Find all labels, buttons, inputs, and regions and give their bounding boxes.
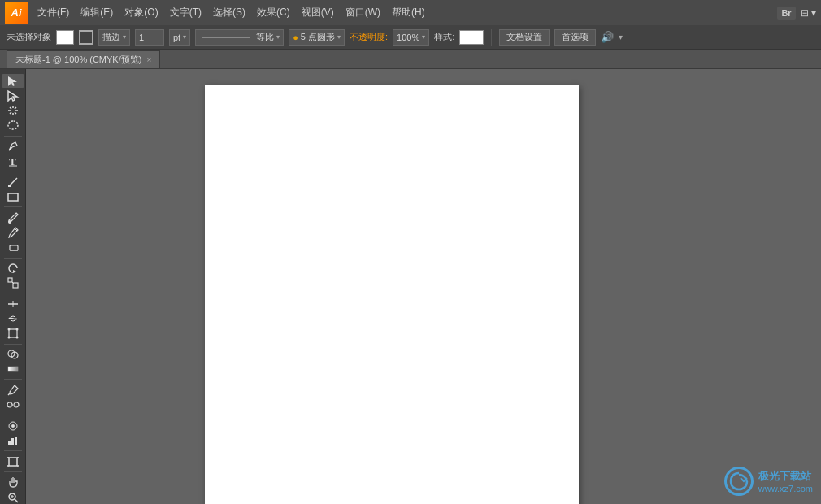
svg-point-37 (14, 402, 19, 407)
point-shape-dropdown[interactable]: ● 5 点圆形 ▾ (289, 29, 345, 46)
blend-tool[interactable] (2, 398, 24, 411)
svg-rect-27 (9, 329, 17, 337)
menu-file[interactable]: 文件(F) (33, 3, 74, 22)
svg-rect-14 (8, 185, 11, 187)
svg-point-16 (8, 220, 11, 224)
menu-view[interactable]: 视图(V) (297, 3, 339, 22)
fill-color-swatch[interactable] (56, 30, 74, 45)
menu-select[interactable]: 选择(S) (208, 3, 250, 22)
stroke-line-container[interactable]: 等比 ▾ (195, 29, 284, 46)
svg-rect-18 (10, 245, 18, 250)
stroke-unit-dropdown[interactable]: pt ▾ (169, 29, 190, 46)
options-separator (491, 29, 492, 46)
stroke-color-box[interactable] (79, 30, 93, 45)
svg-point-36 (7, 402, 12, 407)
doc-tab[interactable]: 未标题-1 @ 100% (CMYK/预览) × (7, 50, 160, 68)
opacity-label: 不透明度: (350, 31, 388, 43)
watermark: 极光下载站 www.xz7.com (724, 467, 813, 496)
line-tool[interactable] (2, 175, 24, 189)
artboard (205, 85, 579, 504)
stroke-dropdown[interactable]: 描边 ▾ (98, 29, 130, 46)
compare-arrow: ▾ (276, 33, 280, 41)
menu-object[interactable]: 对象(O) (119, 3, 163, 22)
svg-point-40 (11, 424, 15, 428)
menu-bar: 文件(F) 编辑(E) 对象(O) 文字(T) 选择(S) 效果(C) 视图(V… (33, 3, 777, 22)
canvas-area[interactable]: 极光下载站 www.xz7.com (26, 69, 821, 504)
stroke-width-input[interactable] (135, 29, 164, 46)
tool-sep-9 (4, 450, 22, 451)
scale-tool[interactable] (2, 276, 24, 289)
no-selection-label: 未选择对象 (7, 31, 51, 43)
svg-line-9 (10, 112, 11, 114)
width-tool[interactable] (2, 297, 24, 311)
select-tool[interactable] (2, 74, 24, 88)
tool-sep-5 (4, 293, 22, 293)
opacity-dropdown[interactable]: 100% ▾ (393, 29, 429, 46)
doc-tab-close[interactable]: × (146, 55, 151, 64)
svg-line-7 (15, 112, 16, 114)
doc-settings-btn[interactable]: 文档设置 (499, 29, 550, 46)
rect-tool[interactable] (2, 189, 24, 203)
pencil-tool[interactable] (2, 225, 24, 239)
svg-rect-15 (8, 193, 18, 201)
menu-effect[interactable]: 效果(C) (252, 3, 295, 22)
title-bar: Ai 文件(F) 编辑(E) 对象(O) 文字(T) 选择(S) 效果(C) 视… (0, 0, 821, 25)
rotate-tool[interactable] (2, 261, 24, 275)
type-tool[interactable]: T (2, 154, 24, 167)
svg-line-23 (12, 282, 14, 284)
gradient-tool[interactable] (2, 362, 24, 376)
tool-sep-10 (4, 471, 22, 472)
tool-sep-1 (4, 136, 22, 137)
title-bar-right: Br ⊟ ▾ (777, 7, 816, 20)
stroke-line-preview (202, 37, 250, 38)
svg-point-30 (7, 336, 10, 338)
stroke-arrow: ▾ (123, 33, 126, 41)
lasso-tool[interactable] (2, 118, 24, 132)
eyedropper-tool[interactable] (2, 383, 24, 397)
svg-rect-34 (8, 367, 18, 371)
paintbrush-tool[interactable] (2, 211, 24, 224)
toolbox: T (0, 69, 26, 504)
watermark-circle (724, 467, 754, 496)
speaker-icon: 🔊 (601, 31, 614, 43)
ai-logo: Ai (5, 2, 28, 24)
pen-tool[interactable] (2, 139, 24, 153)
free-transform-tool[interactable] (2, 326, 24, 340)
shape-builder-tool[interactable] (2, 347, 24, 361)
eraser-tool[interactable] (2, 240, 24, 254)
menu-window[interactable]: 窗口(W) (341, 3, 385, 22)
tool-sep-8 (4, 415, 22, 415)
watermark-url: www.xz7.com (758, 484, 813, 493)
point-arrow: ▾ (337, 33, 341, 41)
hand-tool[interactable] (2, 476, 24, 489)
prefs-btn[interactable]: 首选项 (554, 29, 596, 46)
options-bar: 未选择对象 描边 ▾ pt ▾ 等比 ▾ ● 5 点圆形 ▾ 不透明度: 100… (0, 25, 821, 50)
br-badge[interactable]: Br (777, 7, 795, 20)
svg-rect-42 (11, 438, 14, 445)
direct-select-tool[interactable] (2, 89, 24, 102)
unit-arrow: ▾ (183, 33, 186, 41)
artboard-tool[interactable] (2, 454, 24, 468)
main-area: T (0, 69, 821, 504)
svg-point-29 (15, 328, 18, 330)
tool-sep-3 (4, 206, 22, 207)
symbol-tool[interactable] (2, 419, 24, 432)
watermark-site-name: 极光下载站 (758, 469, 813, 484)
svg-rect-44 (9, 458, 17, 466)
style-swatch[interactable] (459, 30, 484, 45)
svg-point-28 (7, 328, 10, 330)
zoom-tool[interactable] (2, 490, 24, 504)
stroke-line-dropdown[interactable]: 等比 ▾ (256, 29, 280, 46)
menu-edit[interactable]: 编辑(E) (76, 3, 118, 22)
warp-tool[interactable] (2, 311, 24, 325)
menu-type[interactable]: 文字(T) (165, 3, 206, 22)
layout-icon[interactable]: ⊟ ▾ (801, 7, 816, 19)
menu-help[interactable]: 帮助(H) (387, 3, 430, 22)
style-label: 样式: (434, 31, 454, 43)
tool-sep-7 (4, 379, 22, 380)
magic-wand-tool[interactable] (2, 103, 24, 117)
options-more-arrow[interactable]: ▾ (619, 33, 623, 41)
doc-tab-title: 未标题-1 @ 100% (CMYK/预览) (15, 54, 141, 66)
column-chart-tool[interactable] (2, 433, 24, 447)
tab-bar: 未标题-1 @ 100% (CMYK/预览) × (0, 50, 821, 69)
